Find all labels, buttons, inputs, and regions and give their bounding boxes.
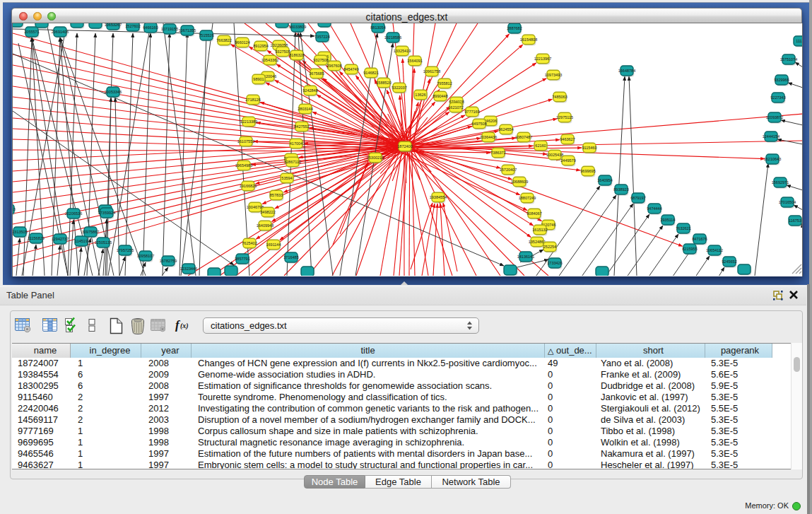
svg-text:17957255: 17957255	[117, 248, 134, 252]
svg-text:12213967: 12213967	[534, 57, 551, 61]
svg-text:2449579: 2449579	[560, 158, 575, 163]
svg-text:12093872: 12093872	[766, 115, 783, 119]
svg-text:1640954: 1640954	[597, 178, 612, 182]
svg-text:7485063: 7485063	[552, 95, 567, 99]
svg-text:3624554: 3624554	[498, 127, 513, 132]
svg-text:16154808: 16154808	[520, 37, 537, 42]
svg-text:20691406: 20691406	[52, 30, 69, 34]
svg-text:16210643: 16210643	[764, 157, 781, 161]
svg-text:10671355: 10671355	[179, 28, 196, 33]
svg-text:25300213: 25300213	[367, 156, 384, 160]
svg-text:116753: 116753	[789, 218, 801, 223]
svg-text:1615132: 1615132	[532, 228, 547, 232]
svg-text:30975867: 30975867	[82, 230, 99, 234]
svg-text:16107553: 16107553	[237, 139, 254, 144]
svg-text:8454749: 8454749	[343, 67, 358, 71]
svg-text:8215955: 8215955	[682, 247, 697, 251]
svg-text:19218586: 19218586	[384, 35, 401, 40]
svg-text:10961758: 10961758	[423, 69, 440, 74]
svg-text:9327508: 9327508	[313, 58, 328, 62]
svg-text:9245652: 9245652	[722, 259, 736, 264]
svg-text:13524861: 13524861	[529, 240, 546, 244]
svg-text:19654985: 19654985	[235, 163, 252, 168]
svg-text:7386372: 7386372	[490, 151, 505, 155]
svg-text:7955812: 7955812	[437, 81, 452, 86]
svg-text:3716485: 3716485	[283, 255, 298, 259]
svg-text:32867110: 32867110	[284, 160, 301, 164]
svg-text:16782759: 16782759	[160, 259, 177, 263]
svg-text:15692971: 15692971	[772, 180, 789, 185]
svg-text:20053346: 20053346	[105, 90, 122, 94]
svg-text:1527602: 1527602	[125, 24, 140, 28]
svg-text:9242848: 9242848	[302, 88, 317, 93]
svg-text:8912954: 8912954	[253, 44, 268, 48]
svg-text:12213389: 12213389	[240, 119, 257, 124]
svg-text:6879197: 6879197	[630, 196, 645, 200]
svg-text:14136141: 14136141	[517, 255, 534, 259]
svg-text:9463627: 9463627	[560, 137, 575, 141]
svg-text:3675685: 3675685	[309, 71, 324, 76]
svg-text:7663822: 7663822	[216, 38, 231, 42]
svg-text:9327505: 9327505	[275, 49, 290, 54]
svg-text:857833: 857833	[270, 193, 283, 197]
svg-text:6466160: 6466160	[143, 25, 158, 30]
svg-text:2055571: 2055571	[24, 30, 39, 34]
svg-text:10543362: 10543362	[261, 58, 278, 62]
svg-text:7632621: 7632621	[676, 226, 690, 230]
svg-text:8813054: 8813054	[370, 25, 385, 30]
svg-text:12505135: 12505135	[95, 240, 112, 245]
svg-text:10046798: 10046798	[247, 205, 264, 209]
svg-text:19166825: 19166825	[240, 184, 257, 188]
svg-text:114519: 114519	[75, 239, 88, 243]
svg-text:13626: 13626	[415, 93, 425, 97]
svg-text:252254: 252254	[543, 245, 556, 249]
svg-text:16648784: 16648784	[618, 69, 635, 73]
svg-text:(x): (x)	[180, 322, 189, 330]
svg-text:7625402: 7625402	[242, 241, 257, 245]
svg-text:10719155: 10719155	[161, 27, 178, 31]
svg-text:20364436: 20364436	[480, 135, 497, 139]
svg-text:10807487: 10807487	[515, 135, 532, 139]
svg-text:2935114: 2935114	[660, 218, 675, 222]
svg-text:12975115: 12975115	[556, 115, 573, 119]
svg-text:7515526: 7515526	[199, 33, 213, 37]
svg-text:12323446: 12323446	[180, 267, 197, 271]
svg-text:9857791: 9857791	[235, 257, 249, 261]
svg-text:1691144: 1691144	[266, 243, 281, 247]
svg-text:9474444: 9474444	[647, 206, 661, 211]
svg-text:9777169: 9777169	[464, 110, 479, 114]
svg-text:9660124: 9660124	[235, 40, 249, 45]
svg-text:18807249: 18807249	[519, 196, 536, 200]
svg-text:9329966: 9329966	[774, 78, 789, 82]
svg-text:2506053: 2506053	[13, 207, 16, 211]
svg-text:20206536: 20206536	[65, 211, 82, 216]
svg-text:16033809: 16033809	[289, 25, 306, 29]
svg-text:17016504: 17016504	[779, 200, 796, 204]
svg-text:10958107: 10958107	[137, 254, 154, 258]
svg-text:10688609: 10688609	[511, 180, 528, 184]
svg-text:19384554: 19384554	[430, 195, 447, 199]
svg-text:11156829: 11156829	[28, 236, 45, 240]
svg-text:8938923: 8938923	[613, 187, 628, 192]
svg-text:10025438: 10025438	[546, 153, 563, 157]
svg-text:10653267: 10653267	[105, 23, 122, 27]
svg-text:8427552: 8427552	[294, 124, 309, 129]
svg-text:2803144: 2803144	[298, 107, 312, 111]
svg-text:7357224: 7357224	[314, 35, 329, 39]
svg-text:10654112: 10654112	[706, 248, 723, 252]
svg-text:9699695: 9699695	[580, 169, 595, 173]
svg-text:8990448: 8990448	[433, 94, 447, 98]
svg-text:2313505: 2313505	[13, 230, 28, 234]
svg-text:1621072: 1621072	[448, 105, 463, 110]
svg-text:16409948: 16409948	[257, 223, 273, 228]
svg-text:2718126: 2718126	[245, 98, 260, 102]
svg-text:9227343: 9227343	[770, 95, 785, 100]
svg-text:1733426: 1733426	[547, 261, 562, 265]
svg-text:6497508: 6497508	[471, 122, 486, 126]
svg-text:1564091: 1564091	[407, 59, 422, 63]
svg-text:62160: 62160	[535, 144, 546, 148]
svg-text:3498222: 3498222	[260, 210, 275, 214]
svg-text:2887682: 2887682	[507, 26, 522, 30]
svg-text:1872400: 1872400	[397, 144, 412, 148]
svg-text:12942737: 12942737	[52, 237, 69, 241]
